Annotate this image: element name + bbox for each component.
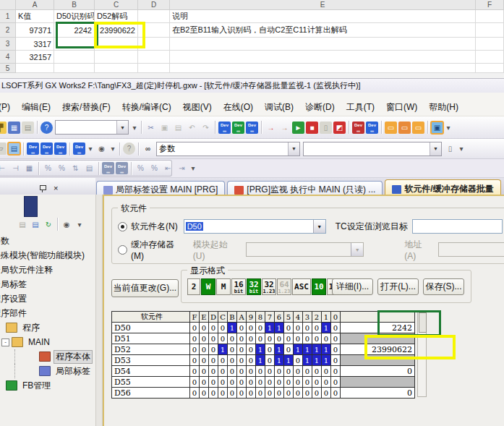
bit-cell[interactable]: 0 [256,388,265,399]
bit-cell[interactable]: 0 [237,388,247,399]
excel-column-header[interactable]: C [95,0,138,10]
bit-cell[interactable]: 0 [303,377,312,388]
sidebar-paste-icon[interactable]: ▤ [17,218,28,230]
excel-cell[interactable] [476,10,504,23]
excel-row-header[interactable]: 4 [0,51,16,64]
excel-cell[interactable] [170,38,476,51]
device-name-radio[interactable] [118,222,127,231]
format-ascii-button[interactable]: ASC [292,278,311,295]
find-device-icon[interactable]: ◉ [95,142,108,155]
menu-item-e[interactable]: 编辑(E) [16,100,56,115]
bit-cell[interactable]: 0 [322,333,331,344]
bit-cell[interactable]: 0 [294,388,303,399]
buffer-memory-radio[interactable] [118,245,127,255]
close-icon[interactable]: × [54,184,58,192]
bit-cell[interactable]: 0 [237,323,247,333]
current-value-change-button[interactable]: 当前值更改(G)... [111,279,179,297]
bit-cell[interactable]: 1 [312,344,322,355]
save-icon[interactable]: ▦ [8,122,20,134]
bit-cell[interactable]: 0 [256,377,265,388]
break-set-icon[interactable]: % [134,162,147,174]
bit-cell[interactable]: 0 [209,377,218,388]
bit-cell[interactable]: 0 [312,333,322,344]
excel-column-header[interactable]: A [16,0,54,10]
excel-column-header[interactable]: F [476,0,504,10]
bit-cell[interactable]: 0 [294,377,303,388]
bit-cell[interactable]: 0 [312,388,322,399]
bit-cell[interactable]: 0 [284,344,294,355]
bit-cell[interactable]: 0 [265,388,275,399]
bit-cell[interactable]: 0 [312,323,322,333]
bit-cell[interactable]: 0 [237,377,247,388]
bit-cell[interactable]: 1 [275,355,284,366]
bit-cell[interactable]: 1 [303,344,312,355]
bit-cell[interactable]: 0 [247,366,256,377]
device-cell[interactable]: D56 [112,388,190,399]
device-cell[interactable]: D55 [112,377,190,388]
combo-arrow-icon[interactable]: ▼ [313,220,325,233]
menu-item-w[interactable]: 窗口(W) [380,100,423,115]
excel-cell[interactable]: 3317 [16,38,54,51]
sidebar-sort-icon[interactable]: ◉ [61,218,72,230]
open-project-icon[interactable]: ▛ [0,122,7,134]
bit-cell[interactable]: 0 [275,366,284,377]
bit-cell[interactable]: 1 [322,344,331,355]
bit-cell[interactable]: 0 [322,366,331,377]
bit-cell[interactable]: 0 [312,366,322,377]
excel-cell[interactable]: 在B2至B11输入识别码，自动C2至C11计算出解码 [170,23,476,38]
value-cell[interactable] [341,377,415,388]
bit-cell[interactable]: 0 [303,388,312,399]
excel-cell[interactable] [16,64,54,73]
excel-cell[interactable]: 23990622 [95,23,138,38]
navigation-view-block[interactable] [24,196,38,217]
excel-cell[interactable]: 32157 [16,51,54,64]
bit-cell[interactable]: 0 [218,366,228,377]
help-icon[interactable]: ? [40,122,53,134]
tree-item-程序设置[interactable]: 程序设置 [0,291,95,306]
excel-cell[interactable] [54,51,95,64]
bit-cell[interactable]: 0 [247,323,256,333]
tree-item-程序本体[interactable]: 程序本体 [0,349,95,364]
tree-item-程序[interactable]: 程序 [0,320,95,335]
bit-cell[interactable]: 0 [190,323,200,333]
format-word-button[interactable]: W [201,278,215,295]
undo-icon[interactable]: ↶ [186,122,198,134]
toolbar3-overflow-icon[interactable]: ▾ [189,162,197,174]
bit-cell[interactable]: 0 [228,344,237,355]
dev-batch-icon[interactable]: Dev [54,142,67,155]
bit-cell[interactable]: 0 [303,366,312,377]
bit-cell[interactable]: 1 [228,323,237,333]
monitor-start-icon[interactable]: ► [292,122,304,134]
excel-cell[interactable] [476,38,504,51]
excel-cell[interactable] [54,38,95,51]
bit-cell[interactable]: 0 [247,388,256,399]
excel-cell[interactable] [138,64,170,73]
write-to-plc-icon[interactable]: → [265,122,277,134]
bit-cell[interactable]: 0 [294,333,303,344]
device-cell[interactable]: D53 [112,355,190,366]
document-find-icon[interactable]: ▯ [444,142,456,155]
value-cell[interactable] [341,333,415,344]
menu-item-o[interactable]: 在线(O) [218,100,259,115]
scrollbar-thumb[interactable] [419,312,427,333]
menu-item-t[interactable]: 工具(T) [341,100,380,115]
bit-cell[interactable]: 1 [265,323,275,333]
dev-find-icon[interactable]: Dev [27,142,39,155]
bit-cell[interactable]: 0 [331,333,341,344]
excel-cell[interactable] [95,64,138,73]
menu-item-b[interactable]: 调试(B) [259,100,299,115]
bit-cell[interactable]: 0 [303,333,312,344]
excel-column-header[interactable]: B [54,0,95,10]
bit-cell[interactable]: 0 [294,355,303,366]
excel-row-header[interactable]: 3 [0,38,16,51]
bit-cell[interactable]: 0 [190,344,200,355]
dev-skip-icon[interactable]: Dev [102,162,114,174]
bit-cell[interactable]: 0 [200,366,209,377]
bit-cell[interactable]: 0 [256,333,265,344]
dev-monitor-stop-icon[interactable]: Dev [366,122,378,134]
save-button[interactable]: 保存(S)... [423,278,464,295]
table-scrollbar[interactable] [417,311,427,397]
bit-cell[interactable]: 0 [331,366,341,377]
bit-cell[interactable]: 0 [200,333,209,344]
bit-cell[interactable]: 0 [209,344,218,355]
